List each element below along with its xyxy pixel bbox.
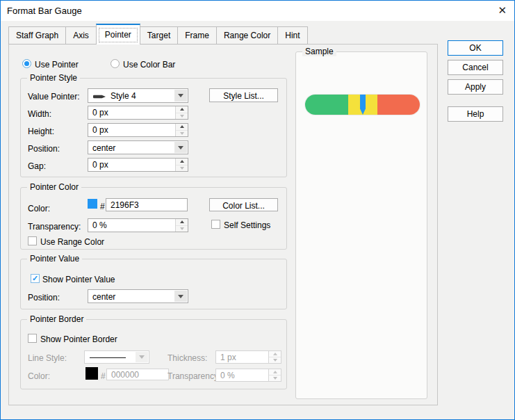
border-transparency-input[interactable] [216, 369, 268, 381]
sample-segment-green [305, 95, 348, 115]
spinner-up-icon[interactable] [176, 159, 188, 165]
show-pointer-value-checkbox[interactable]: ✓ [31, 274, 40, 283]
tab-hint[interactable]: Hint [278, 26, 307, 45]
close-icon[interactable]: ✕ [498, 3, 507, 17]
tab-staff-graph[interactable]: Staff Graph [8, 26, 66, 45]
solid-line-icon [90, 357, 126, 358]
pointer-style-title: Pointer Style [27, 73, 80, 83]
thickness-spinner [215, 350, 281, 364]
spinner-up-icon[interactable] [176, 219, 188, 226]
color-label: Color: [28, 204, 50, 213]
sample-segment-red [377, 95, 420, 115]
pointer-style-4-icon [93, 95, 106, 99]
color-hex-field-wrap [106, 198, 188, 211]
dialog-title: Format Bar Gauge [7, 6, 82, 16]
spinner-up-icon[interactable] [269, 351, 281, 357]
pointer-color-title: Pointer Color [27, 182, 81, 192]
transparency-spinner [88, 218, 188, 232]
dropdown-arrow-icon [174, 142, 187, 153]
pointer-value-title: Pointer Value [27, 254, 82, 264]
show-pointer-border-label: Show Pointer Border [40, 334, 117, 344]
thickness-label: Thickness: [167, 353, 207, 363]
spinner-down-icon[interactable] [269, 357, 281, 363]
gap-spinner [88, 158, 188, 172]
line-style-label: Line Style: [28, 353, 67, 363]
self-settings-checkbox[interactable] [211, 220, 220, 229]
tab-strip: Staff Graph Axis Pointer Target Frame Ra… [8, 24, 308, 45]
color-hex-input[interactable] [106, 199, 186, 211]
spinner-down-icon[interactable] [176, 131, 188, 137]
width-input[interactable] [88, 106, 175, 119]
style-list-button[interactable]: Style List... [209, 88, 278, 102]
spinner-down-icon[interactable] [176, 226, 188, 232]
cancel-button[interactable]: Cancel [448, 60, 503, 75]
tab-target[interactable]: Target [140, 26, 178, 45]
gap-label: Gap: [28, 161, 46, 171]
border-hex-field-wrap [106, 369, 169, 380]
position-dropdown[interactable]: center [88, 140, 188, 154]
border-color-swatch[interactable] [85, 367, 98, 380]
pointer-color-group: Pointer Color Color: # Color List... Tra… [20, 187, 287, 250]
border-hex-input[interactable] [107, 369, 167, 380]
dropdown-arrow-icon [136, 352, 148, 362]
use-pointer-label: Use Pointer [35, 60, 79, 70]
use-color-bar-label: Use Color Bar [123, 60, 175, 70]
pointer-border-title: Pointer Border [27, 314, 86, 324]
height-label: Height: [28, 127, 54, 136]
tab-frame[interactable]: Frame [178, 26, 217, 45]
gap-input[interactable] [88, 159, 175, 171]
spinner-down-icon[interactable] [176, 113, 188, 120]
width-label: Width: [28, 109, 51, 119]
transparency-input[interactable] [88, 219, 175, 232]
border-transparency-spinner [215, 369, 281, 382]
use-range-color-checkbox[interactable] [28, 236, 37, 245]
spinner-down-icon[interactable] [269, 375, 281, 381]
use-pointer-radio[interactable] [22, 59, 31, 68]
value-pointer-dropdown[interactable]: Style 4 [88, 88, 188, 103]
transparency-label: Transparency: [28, 222, 81, 232]
show-pointer-border-checkbox[interactable] [28, 334, 37, 343]
self-settings-label: Self Settings [224, 220, 270, 230]
title-bar: Format Bar Gauge ✕ [1, 1, 514, 21]
thickness-input[interactable] [216, 351, 268, 363]
show-pointer-value-label: Show Pointer Value [42, 275, 115, 284]
sample-bar-gauge [305, 95, 420, 115]
tab-axis[interactable]: Axis [66, 26, 97, 45]
pointer-border-group: Pointer Border Show Pointer Border Line … [20, 319, 287, 389]
check-icon: ✓ [32, 274, 38, 282]
line-style-dropdown[interactable] [84, 350, 149, 364]
tab-pointer[interactable]: Pointer [96, 24, 140, 45]
border-transparency-label: Transparency: [167, 371, 220, 381]
pointer-style-group: Pointer Style Value Pointer: Style 4 Sty… [20, 78, 287, 177]
height-input[interactable] [88, 124, 175, 136]
spinner-up-icon[interactable] [176, 106, 188, 113]
apply-button[interactable]: Apply [448, 79, 503, 95]
border-hex-hash-label: # [101, 371, 106, 381]
dropdown-arrow-icon [174, 291, 187, 302]
position-label: Position: [28, 144, 60, 154]
ok-button[interactable]: OK [448, 40, 503, 56]
use-color-bar-radio[interactable] [111, 59, 120, 68]
value-pointer-label: Value Pointer: [28, 92, 80, 102]
color-swatch[interactable] [88, 199, 97, 209]
sample-title: Sample [302, 47, 336, 56]
help-button[interactable]: Help [448, 106, 503, 122]
pointer-value-group: Pointer Value ✓ Show Pointer Value Posit… [20, 259, 287, 309]
tab-content-pane: Use Pointer Use Color Bar Pointer Style … [8, 44, 438, 405]
height-spinner [88, 123, 188, 137]
width-spinner [88, 106, 188, 120]
spinner-up-icon[interactable] [176, 124, 188, 131]
spinner-down-icon[interactable] [176, 165, 188, 172]
color-list-button[interactable]: Color List... [209, 198, 278, 211]
sample-group: Sample [295, 51, 427, 399]
use-range-color-label: Use Range Color [40, 237, 104, 247]
dropdown-arrow-icon [174, 90, 187, 102]
tab-range-color[interactable]: Range Color [217, 26, 278, 45]
spinner-up-icon[interactable] [269, 369, 281, 375]
format-bar-gauge-dialog: Format Bar Gauge ✕ Staff Graph Axis Poin… [0, 0, 515, 420]
value-position-dropdown[interactable]: center [88, 289, 188, 303]
border-color-label: Color: [28, 371, 50, 381]
value-position-label: Position: [28, 293, 60, 302]
hex-hash-label: # [100, 202, 105, 211]
